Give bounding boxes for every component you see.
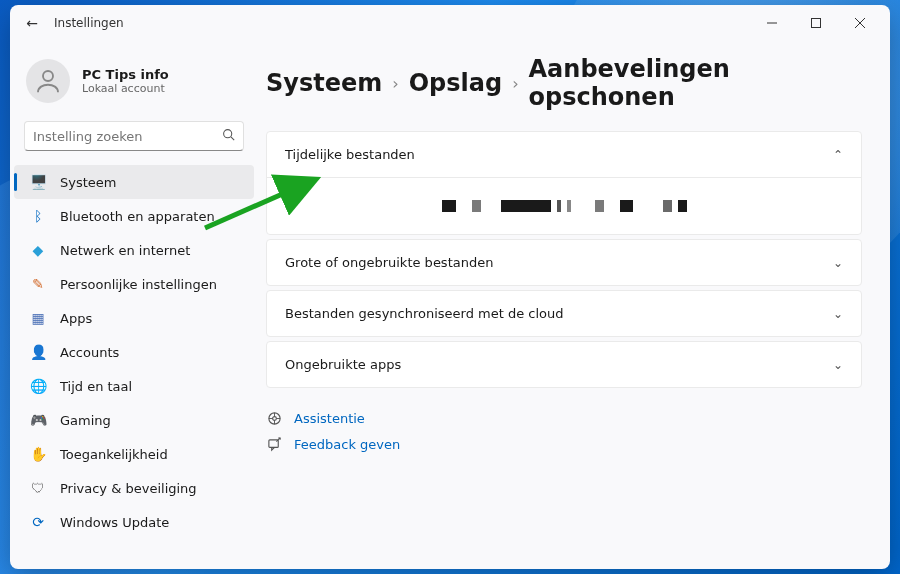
redacted-block	[595, 200, 604, 212]
chevron-down-icon: ⌄	[833, 307, 843, 321]
redacted-block	[577, 200, 589, 212]
section-title: Bestanden gesynchroniseerd met de cloud	[285, 306, 564, 321]
svg-rect-1	[812, 19, 821, 28]
nav-icon: 🌐	[30, 378, 46, 394]
close-icon	[855, 18, 865, 28]
window-controls	[750, 9, 882, 37]
redacted-block	[442, 200, 456, 212]
sidebar-item-netwerk-en-internet[interactable]: ◆Netwerk en internet	[14, 233, 254, 267]
chevron-down-icon: ⌄	[833, 358, 843, 372]
nav-icon: 🖥️	[30, 174, 46, 190]
redacted-block	[639, 200, 657, 212]
feedback-link-row: Feedback geven	[266, 436, 862, 452]
nav-label: Accounts	[60, 345, 119, 360]
svg-point-5	[224, 130, 232, 138]
svg-point-8	[272, 416, 276, 420]
svg-point-4	[43, 71, 53, 81]
section-header[interactable]: Bestanden gesynchroniseerd met de cloud⌄	[267, 291, 861, 336]
support-link[interactable]: Assistentie	[294, 411, 365, 426]
section-card: Bestanden gesynchroniseerd met de cloud⌄	[266, 290, 862, 337]
sidebar-item-persoonlijke-instellingen[interactable]: ✎Persoonlijke instellingen	[14, 267, 254, 301]
sidebar-item-privacy-beveiliging[interactable]: 🛡Privacy & beveiliging	[14, 471, 254, 505]
search-row	[10, 113, 258, 159]
user-info: PC Tips info Lokaal account	[82, 67, 169, 95]
redacted-block	[567, 200, 571, 212]
nav-label: Bluetooth en apparaten	[60, 209, 215, 224]
sidebar-item-apps[interactable]: ▦Apps	[14, 301, 254, 335]
redacted-block	[620, 200, 633, 212]
section-header[interactable]: Grote of ongebruikte bestanden⌄	[267, 240, 861, 285]
minimize-button[interactable]	[750, 9, 794, 37]
nav-label: Netwerk en internet	[60, 243, 190, 258]
nav-icon: ⟳	[30, 514, 46, 530]
nav-label: Apps	[60, 311, 92, 326]
nav-icon: 👤	[30, 344, 46, 360]
chevron-down-icon: ⌄	[833, 256, 843, 270]
section-body	[267, 178, 861, 234]
sidebar-item-tijd-en-taal[interactable]: 🌐Tijd en taal	[14, 369, 254, 403]
redacted-block	[678, 200, 687, 212]
nav-label: Privacy & beveiliging	[60, 481, 197, 496]
nav-icon: ▦	[30, 310, 46, 326]
breadcrumb-opslag[interactable]: Opslag	[409, 69, 502, 97]
section-title: Tijdelijke bestanden	[285, 147, 415, 162]
redacted-block	[557, 200, 561, 212]
content-area: Systeem › Opslag › Aanbevelingen opschon…	[258, 41, 890, 569]
nav-icon: ✋	[30, 446, 46, 462]
sidebar: PC Tips info Lokaal account 🖥️SysteemᛒBl…	[10, 41, 258, 569]
section-card: Tijdelijke bestanden⌃	[266, 131, 862, 235]
nav-icon: ᛒ	[30, 208, 46, 224]
feedback-icon	[266, 436, 282, 452]
close-button[interactable]	[838, 9, 882, 37]
sidebar-item-gaming[interactable]: 🎮Gaming	[14, 403, 254, 437]
search-box[interactable]	[24, 121, 244, 151]
sidebar-item-toegankelijkheid[interactable]: ✋Toegankelijkheid	[14, 437, 254, 471]
section-title: Grote of ongebruikte bestanden	[285, 255, 493, 270]
nav-label: Tijd en taal	[60, 379, 132, 394]
search-icon	[222, 128, 235, 144]
svg-line-6	[231, 137, 234, 140]
maximize-button[interactable]	[794, 9, 838, 37]
sidebar-item-windows-update[interactable]: ⟳Windows Update	[14, 505, 254, 539]
back-button[interactable]: ←	[18, 9, 46, 37]
section-title: Ongebruikte apps	[285, 357, 401, 372]
nav-label: Persoonlijke instellingen	[60, 277, 217, 292]
window-body: PC Tips info Lokaal account 🖥️SysteemᛒBl…	[10, 41, 890, 569]
nav-icon: ✎	[30, 276, 46, 292]
avatar	[26, 59, 70, 103]
section-header[interactable]: Tijdelijke bestanden⌃	[267, 132, 861, 178]
chevron-up-icon: ⌃	[833, 148, 843, 162]
sidebar-item-bluetooth-en-apparaten[interactable]: ᛒBluetooth en apparaten	[14, 199, 254, 233]
nav-label: Systeem	[60, 175, 116, 190]
nav-list: 🖥️SysteemᛒBluetooth en apparaten◆Netwerk…	[10, 165, 258, 539]
nav-icon: 🎮	[30, 412, 46, 428]
support-icon	[266, 410, 282, 426]
titlebar: ← Instellingen	[10, 5, 890, 41]
redacted-block	[610, 200, 614, 212]
breadcrumb-current: Aanbevelingen opschonen	[529, 55, 862, 111]
breadcrumb-systeem[interactable]: Systeem	[266, 69, 382, 97]
breadcrumb: Systeem › Opslag › Aanbevelingen opschon…	[266, 55, 862, 111]
sidebar-item-systeem[interactable]: 🖥️Systeem	[14, 165, 254, 199]
footer-links: Assistentie Feedback geven	[266, 410, 862, 452]
person-icon	[33, 66, 63, 96]
search-input[interactable]	[33, 129, 222, 144]
chevron-right-icon: ›	[392, 74, 398, 93]
redacted-block	[663, 200, 672, 212]
redacted-block	[462, 200, 466, 212]
redacted-block	[487, 200, 495, 212]
support-link-row: Assistentie	[266, 410, 862, 426]
sidebar-item-accounts[interactable]: 👤Accounts	[14, 335, 254, 369]
redacted-block	[472, 200, 481, 212]
section-card: Grote of ongebruikte bestanden⌄	[266, 239, 862, 286]
section-card: Ongebruikte apps⌄	[266, 341, 862, 388]
nav-label: Windows Update	[60, 515, 169, 530]
user-account-row[interactable]: PC Tips info Lokaal account	[10, 49, 258, 113]
settings-window: ← Instellingen PC Tips info Lokaal accou	[10, 5, 890, 569]
nav-icon: ◆	[30, 242, 46, 258]
section-header[interactable]: Ongebruikte apps⌄	[267, 342, 861, 387]
nav-icon: 🛡	[30, 480, 46, 496]
feedback-link[interactable]: Feedback geven	[294, 437, 400, 452]
user-name: PC Tips info	[82, 67, 169, 82]
nav-label: Gaming	[60, 413, 111, 428]
